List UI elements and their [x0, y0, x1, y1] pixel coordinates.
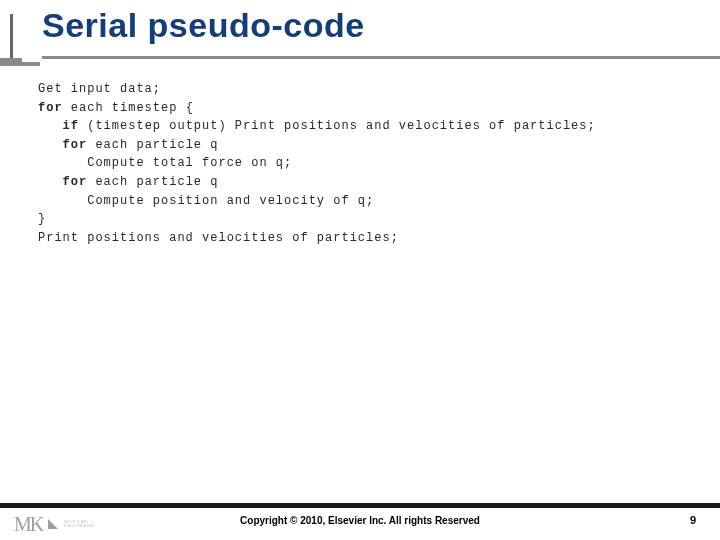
- copyright-text: Copyright © 2010, Elsevier Inc. All righ…: [0, 515, 720, 526]
- code-line: (timestep output) Print positions and ve…: [79, 119, 596, 133]
- decoration-vline: [10, 14, 13, 62]
- slide: Serial pseudo-code Get input data; for e…: [0, 0, 720, 540]
- page-number: 9: [690, 514, 696, 526]
- code-line: Compute position and velocity of q;: [38, 194, 374, 208]
- page-title: Serial pseudo-code: [42, 6, 690, 45]
- title-decoration: [0, 6, 40, 66]
- pseudo-code-block: Get input data; for each timestep { if (…: [38, 80, 690, 247]
- code-keyword-for: for: [63, 175, 88, 189]
- code-indent: [38, 175, 63, 189]
- footer-divider: [0, 503, 720, 508]
- code-keyword-for: for: [63, 138, 88, 152]
- code-line: Compute total force on q;: [38, 156, 292, 170]
- code-line: each particle q: [87, 175, 218, 189]
- code-indent: [38, 138, 63, 152]
- code-line: Print positions and velocities of partic…: [38, 231, 399, 245]
- code-keyword-if: if: [63, 119, 79, 133]
- code-line: each particle q: [87, 138, 218, 152]
- decoration-bar-long: [0, 62, 40, 66]
- code-indent: [38, 119, 63, 133]
- code-line: Get input data;: [38, 82, 161, 96]
- code-line: }: [38, 212, 46, 226]
- code-keyword-for: for: [38, 101, 63, 115]
- code-line: each timestep {: [63, 101, 194, 115]
- title-underline: [42, 56, 720, 59]
- title-area: Serial pseudo-code: [42, 6, 690, 66]
